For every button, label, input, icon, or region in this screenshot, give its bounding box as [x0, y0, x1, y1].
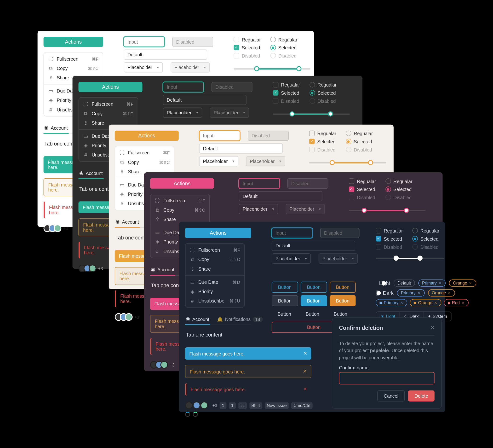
- range-slider[interactable]: [234, 65, 310, 72]
- close-icon[interactable]: ✕: [400, 301, 403, 305]
- tab-account[interactable]: ◉Account: [44, 123, 69, 134]
- chip-primary-dot[interactable]: Primary✕: [376, 299, 407, 306]
- select[interactable]: Placeholder▾: [163, 108, 202, 118]
- confirm-name-input[interactable]: [339, 372, 435, 384]
- cancel-button[interactable]: Cancel: [377, 391, 405, 402]
- chip-orange[interactable]: Orange✕: [428, 289, 455, 297]
- menu-item-copy[interactable]: ⧉Copy⌘⇧C: [150, 205, 209, 215]
- select[interactable]: Placeholder▾: [199, 156, 238, 166]
- close-icon[interactable]: ✕: [303, 351, 307, 356]
- checkbox-regular[interactable]: Regualar: [376, 228, 403, 233]
- actions-button[interactable]: Actions: [150, 178, 214, 189]
- checkbox-selected[interactable]: Selected: [349, 186, 376, 192]
- checkbox-selected[interactable]: Selected: [234, 45, 261, 50]
- range-slider[interactable]: [376, 255, 444, 262]
- text-input-default[interactable]: [163, 95, 246, 105]
- text-input-focused[interactable]: [272, 228, 313, 238]
- chip-orange-dot[interactable]: Orange✕: [410, 299, 441, 306]
- radio-selected[interactable]: Selected: [385, 186, 412, 192]
- menu-item-unsubscribe[interactable]: #Unsubscribe⌘⇧U: [185, 296, 244, 305]
- close-icon[interactable]: ✕: [417, 291, 421, 295]
- close-icon[interactable]: ✕: [303, 369, 307, 374]
- menu-item-fullscreen[interactable]: ⛶Fullscreen⌘F: [185, 245, 244, 255]
- menu-item-share[interactable]: ⇪Share: [185, 264, 244, 274]
- chip-primary[interactable]: Primary✕: [418, 279, 446, 287]
- button-outline[interactable]: Button: [272, 282, 298, 293]
- close-icon[interactable]: ✕: [434, 301, 437, 305]
- delete-button[interactable]: Delete: [408, 391, 435, 402]
- checkbox-selected[interactable]: Selected: [309, 139, 336, 144]
- text-input-focused[interactable]: [239, 178, 280, 189]
- menu-item-priority[interactable]: ◈Priority: [185, 287, 244, 296]
- chip-primary[interactable]: Primary✕: [397, 289, 425, 297]
- menu-item-fullscreen[interactable]: ⛶Fullscreen⌘F: [79, 100, 138, 109]
- menu-item-fullscreen[interactable]: ⛶Fullscreen⌘F: [115, 148, 174, 158]
- close-icon[interactable]: ✕: [438, 281, 442, 285]
- select[interactable]: Placeholder▾: [239, 204, 278, 214]
- radio-regular[interactable]: Regualar: [346, 131, 373, 136]
- actions-button[interactable]: Actions: [185, 228, 251, 238]
- select[interactable]: Placeholder▾: [272, 253, 311, 264]
- button-text[interactable]: Button: [272, 309, 297, 319]
- range-slider[interactable]: [273, 111, 349, 117]
- select[interactable]: Placeholder▾: [123, 62, 163, 73]
- tab-account[interactable]: ◉Account: [78, 168, 104, 179]
- chip-default[interactable]: Default: [393, 279, 415, 287]
- tab-account[interactable]: ◉Account: [150, 264, 175, 276]
- radio-regular[interactable]: Regualar: [270, 37, 297, 42]
- actions-button[interactable]: Actions: [115, 131, 179, 141]
- close-icon[interactable]: ✕: [430, 324, 435, 331]
- radio-regular[interactable]: Regualar: [412, 228, 439, 233]
- menu-item-fullscreen[interactable]: ⛶Fullscreen⌘F: [44, 54, 103, 64]
- radio-selected[interactable]: Selected: [310, 90, 336, 96]
- avatar: [160, 361, 168, 369]
- range-slider[interactable]: [309, 159, 386, 166]
- button-orange[interactable]: Button: [329, 295, 356, 306]
- menu-item-copy[interactable]: ⧉Copy⌘⇧C: [44, 64, 103, 73]
- close-icon[interactable]: ✕: [448, 291, 451, 295]
- toggle-dark[interactable]: [376, 290, 380, 296]
- checkbox-selected[interactable]: Selected: [376, 236, 403, 241]
- text-input-default[interactable]: [239, 191, 323, 201]
- tab-notifications[interactable]: 🔔Notifications18: [216, 313, 264, 324]
- radio-selected[interactable]: Selected: [270, 45, 297, 50]
- chip-orange[interactable]: Orange✕: [449, 279, 476, 287]
- text-input-focused[interactable]: [199, 131, 240, 141]
- menu-item-copy[interactable]: ⧉Copy⌘⇧C: [185, 255, 244, 264]
- button-grey[interactable]: Button: [272, 295, 298, 306]
- checkbox-regular[interactable]: Regualar: [273, 82, 300, 88]
- menu-item-fullscreen[interactable]: ⛶Fullscreen⌘F: [150, 196, 209, 205]
- chip-label: Red: [452, 300, 460, 305]
- close-icon[interactable]: ✕: [303, 387, 307, 392]
- tab-account[interactable]: ◉Account: [185, 313, 210, 325]
- button-text[interactable]: Button: [300, 309, 325, 319]
- menu-item-copy[interactable]: ⧉Copy⌘⇧C: [115, 158, 174, 167]
- text-input-default[interactable]: [123, 49, 207, 60]
- menu-item-copy[interactable]: ⧉Copy⌘⇧C: [79, 109, 138, 118]
- actions-button[interactable]: Actions: [44, 37, 103, 47]
- text-input-default[interactable]: [199, 143, 283, 154]
- button-outline-orange[interactable]: Button: [329, 282, 356, 293]
- select-label: Placeholder: [290, 207, 314, 212]
- button-primary[interactable]: Button: [301, 295, 327, 306]
- close-icon[interactable]: ✕: [461, 301, 465, 305]
- actions-button[interactable]: Actions: [78, 82, 143, 92]
- button-outline[interactable]: Button: [301, 282, 327, 293]
- radio-selected[interactable]: Selected: [346, 139, 373, 144]
- select-label: Placeholder: [127, 65, 152, 70]
- radio-selected[interactable]: Selected: [412, 236, 439, 241]
- radio-regular[interactable]: Regualar: [385, 178, 412, 184]
- text-input-default[interactable]: [272, 241, 355, 251]
- radio-regular[interactable]: Regualar: [310, 82, 336, 88]
- close-icon[interactable]: ✕: [469, 281, 472, 285]
- chip-red-dot[interactable]: Red✕: [444, 299, 469, 306]
- menu-item-due-date[interactable]: ▭Due Date⌘D: [185, 277, 244, 287]
- checkbox-regular[interactable]: Regualar: [234, 37, 261, 42]
- checkbox-regular[interactable]: Regualar: [309, 131, 336, 136]
- text-input-focused[interactable]: [123, 37, 165, 47]
- checkbox-regular[interactable]: Regualar: [349, 178, 376, 184]
- checkbox-selected[interactable]: Selected: [273, 90, 300, 96]
- text-input-focused[interactable]: [163, 82, 204, 92]
- tab-account[interactable]: ◉Account: [115, 216, 140, 228]
- range-slider[interactable]: [349, 207, 426, 214]
